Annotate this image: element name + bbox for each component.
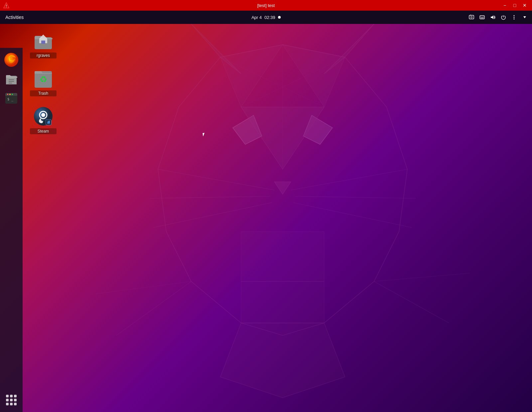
- svg-rect-4: [470, 15, 471, 16]
- apps-dot: [10, 395, 13, 397]
- clock[interactable]: Apr 4 02:39: [251, 15, 281, 20]
- desktop: $ _: [0, 24, 532, 412]
- clock-time: 02:39: [264, 15, 275, 20]
- volume-tray-icon[interactable]: [488, 13, 497, 22]
- home-icon-svg: [33, 31, 53, 50]
- svg-marker-37: [241, 232, 324, 281]
- svg-line-24: [158, 169, 274, 190]
- svg-marker-14: [523, 16, 526, 18]
- clock-indicator: [278, 16, 281, 19]
- apps-dot: [14, 403, 17, 405]
- svg-line-28: [295, 196, 416, 198]
- svg-marker-18: [283, 45, 345, 107]
- svg-marker-36: [241, 281, 324, 323]
- desktop-icon-trash[interactable]: ♻ Trash: [30, 68, 57, 96]
- activities-button[interactable]: Activities: [0, 11, 29, 24]
- titlebar: ! [test] test − □ ✕: [0, 0, 532, 11]
- svg-line-25: [150, 196, 270, 198]
- svg-point-13: [514, 19, 515, 20]
- svg-point-11: [514, 17, 515, 18]
- dock-item-files[interactable]: [3, 70, 20, 88]
- svg-text:$ _: $ _: [7, 97, 14, 101]
- apps-dot: [10, 403, 13, 405]
- screenshot-tray-icon[interactable]: [467, 13, 476, 22]
- app-icon: !: [3, 2, 10, 9]
- desktop-wallpaper-art: [33, 24, 532, 412]
- apps-dot: [6, 399, 9, 401]
- trash-icon: ♻: [33, 68, 53, 88]
- svg-point-3: [471, 16, 472, 18]
- clock-date: Apr 4: [251, 15, 262, 20]
- firefox-icon: [4, 52, 19, 67]
- apps-dot: [6, 403, 9, 405]
- trash-label: Trash: [30, 90, 57, 96]
- svg-rect-2: [469, 15, 474, 19]
- svg-point-63: [41, 113, 45, 117]
- steam-icon: [33, 106, 53, 126]
- dock-item-firefox[interactable]: [3, 51, 20, 68]
- svg-marker-23: [274, 182, 291, 194]
- dock-item-terminal[interactable]: $ _: [3, 90, 20, 107]
- dock: $ _: [0, 48, 23, 412]
- window-title: [test] test: [257, 3, 275, 8]
- apps-dot: [10, 399, 13, 401]
- svg-point-52: [7, 94, 8, 95]
- home-folder-icon: [33, 31, 53, 51]
- terminal-icon: $ _: [4, 91, 19, 106]
- svg-point-54: [12, 94, 13, 95]
- desktop-icons-area: rgraves ♻ Trash: [27, 27, 60, 138]
- window-controls: − □ ✕: [500, 1, 532, 10]
- mouse-cursor: [202, 133, 206, 136]
- top-panel: Activities Apr 4 02:39: [0, 11, 532, 24]
- show-applications-button[interactable]: [3, 391, 20, 409]
- close-button[interactable]: ✕: [520, 1, 529, 10]
- system-tray: [467, 13, 532, 22]
- desktop-icon-home[interactable]: rgraves: [30, 31, 57, 58]
- svg-line-27: [291, 169, 407, 190]
- svg-marker-19: [220, 45, 283, 107]
- svg-point-12: [514, 15, 515, 16]
- svg-point-53: [9, 94, 11, 95]
- files-icon: [4, 72, 19, 86]
- steam-label: Steam: [30, 128, 57, 134]
- svg-line-40: [374, 281, 449, 323]
- apps-dot: [14, 395, 17, 397]
- steam-icon-svg: [33, 106, 53, 126]
- svg-line-41: [374, 273, 470, 281]
- trash-icon-svg: ♻: [34, 68, 53, 88]
- home-folder-label: rgraves: [30, 52, 57, 58]
- indicator-tray-icon[interactable]: [509, 13, 519, 22]
- apps-dot: [6, 395, 9, 397]
- svg-marker-30: [220, 323, 345, 398]
- titlebar-left: !: [0, 2, 10, 9]
- desktop-icon-steam[interactable]: Steam: [30, 106, 57, 134]
- keyboard-tray-icon[interactable]: [477, 13, 487, 22]
- maximize-button[interactable]: □: [510, 1, 519, 10]
- apps-dot: [14, 399, 17, 401]
- svg-text:!: !: [6, 4, 7, 8]
- svg-rect-58: [41, 41, 45, 44]
- minimize-button[interactable]: −: [500, 1, 509, 10]
- apps-grid-icon: [6, 395, 17, 405]
- svg-line-26: [154, 203, 272, 228]
- svg-text:♻: ♻: [40, 74, 47, 84]
- dropdown-tray-icon[interactable]: [520, 13, 529, 22]
- power-tray-icon[interactable]: [499, 13, 508, 22]
- svg-marker-10: [491, 15, 493, 19]
- svg-line-29: [293, 203, 411, 228]
